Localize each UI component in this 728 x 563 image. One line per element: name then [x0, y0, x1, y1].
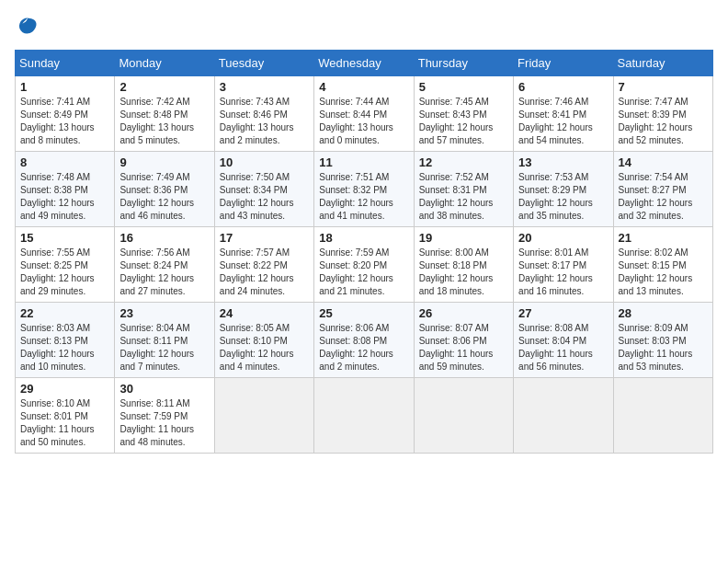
day-number: 27 [518, 306, 608, 320]
calendar-header-row: SundayMondayTuesdayWednesdayThursdayFrid… [16, 51, 713, 76]
day-number: 26 [419, 306, 508, 320]
day-number: 2 [119, 80, 209, 94]
calendar-cell [514, 378, 613, 454]
day-info: Sunrise: 7:45 AMSunset: 8:43 PMDaylight:… [419, 96, 508, 147]
day-number: 24 [220, 306, 309, 320]
day-number: 1 [20, 80, 109, 94]
day-info: Sunrise: 8:05 AMSunset: 8:10 PMDaylight:… [220, 322, 309, 373]
calendar-cell [613, 378, 712, 454]
day-info: Sunrise: 7:46 AMSunset: 8:41 PMDaylight:… [518, 96, 608, 147]
day-info: Sunrise: 8:06 AMSunset: 8:08 PMDaylight:… [319, 322, 408, 373]
day-number: 11 [319, 155, 408, 169]
day-number: 13 [518, 155, 608, 169]
day-info: Sunrise: 8:09 AMSunset: 8:03 PMDaylight:… [619, 322, 708, 373]
day-info: Sunrise: 8:02 AMSunset: 8:15 PMDaylight:… [619, 247, 708, 298]
calendar-cell: 6Sunrise: 7:46 AMSunset: 8:41 PMDaylight… [514, 76, 613, 152]
calendar-week-3: 15Sunrise: 7:55 AMSunset: 8:25 PMDayligh… [16, 227, 713, 303]
calendar-cell [314, 378, 414, 454]
day-info: Sunrise: 7:55 AMSunset: 8:25 PMDaylight:… [20, 247, 109, 298]
day-number: 30 [119, 382, 209, 396]
calendar-header-thursday: Thursday [414, 51, 513, 76]
calendar-cell: 21Sunrise: 8:02 AMSunset: 8:15 PMDayligh… [613, 227, 712, 303]
calendar-week-4: 22Sunrise: 8:03 AMSunset: 8:13 PMDayligh… [16, 303, 713, 378]
day-info: Sunrise: 8:10 AMSunset: 8:01 PMDaylight:… [20, 397, 109, 449]
day-info: Sunrise: 8:00 AMSunset: 8:18 PMDaylight:… [419, 247, 508, 298]
day-info: Sunrise: 7:57 AMSunset: 8:22 PMDaylight:… [220, 247, 309, 298]
day-number: 9 [119, 155, 209, 169]
calendar-cell: 9Sunrise: 7:49 AMSunset: 8:36 PMDaylight… [115, 152, 214, 227]
day-info: Sunrise: 8:03 AMSunset: 8:13 PMDaylight:… [20, 322, 109, 373]
day-info: Sunrise: 8:07 AMSunset: 8:06 PMDaylight:… [419, 322, 508, 373]
calendar-week-5: 29Sunrise: 8:10 AMSunset: 8:01 PMDayligh… [16, 378, 713, 454]
day-info: Sunrise: 7:53 AMSunset: 8:29 PMDaylight:… [518, 171, 608, 223]
day-info: Sunrise: 8:08 AMSunset: 8:04 PMDaylight:… [518, 322, 608, 373]
day-info: Sunrise: 7:52 AMSunset: 8:31 PMDaylight:… [419, 171, 508, 223]
calendar-cell [214, 378, 313, 454]
calendar-cell: 27Sunrise: 8:08 AMSunset: 8:04 PMDayligh… [514, 303, 613, 378]
day-info: Sunrise: 7:43 AMSunset: 8:46 PMDaylight:… [220, 96, 309, 147]
calendar-cell: 12Sunrise: 7:52 AMSunset: 8:31 PMDayligh… [414, 152, 513, 227]
calendar-cell: 28Sunrise: 8:09 AMSunset: 8:03 PMDayligh… [613, 303, 712, 378]
day-number: 16 [119, 231, 209, 245]
calendar-cell: 4Sunrise: 7:44 AMSunset: 8:44 PMDaylight… [314, 76, 414, 152]
calendar-cell: 2Sunrise: 7:42 AMSunset: 8:48 PMDaylight… [115, 76, 214, 152]
calendar-week-2: 8Sunrise: 7:48 AMSunset: 8:38 PMDaylight… [16, 152, 713, 227]
calendar-cell [414, 378, 513, 454]
calendar-cell: 26Sunrise: 8:07 AMSunset: 8:06 PMDayligh… [414, 303, 513, 378]
day-info: Sunrise: 7:47 AMSunset: 8:39 PMDaylight:… [619, 96, 708, 147]
day-number: 22 [20, 306, 109, 320]
calendar-week-1: 1Sunrise: 7:41 AMSunset: 8:49 PMDaylight… [16, 76, 713, 152]
day-number: 28 [619, 306, 708, 320]
day-number: 25 [319, 306, 408, 320]
day-number: 23 [119, 306, 209, 320]
day-number: 10 [220, 155, 309, 169]
calendar-cell: 25Sunrise: 8:06 AMSunset: 8:08 PMDayligh… [314, 303, 414, 378]
day-info: Sunrise: 7:50 AMSunset: 8:34 PMDaylight:… [220, 171, 309, 223]
calendar-cell: 1Sunrise: 7:41 AMSunset: 8:49 PMDaylight… [16, 76, 115, 152]
calendar-cell: 8Sunrise: 7:48 AMSunset: 8:38 PMDaylight… [16, 152, 115, 227]
day-number: 20 [518, 231, 608, 245]
calendar-header-friday: Friday [514, 51, 613, 76]
day-info: Sunrise: 8:01 AMSunset: 8:17 PMDaylight:… [518, 247, 608, 298]
day-info: Sunrise: 7:41 AMSunset: 8:49 PMDaylight:… [20, 96, 109, 147]
day-info: Sunrise: 7:51 AMSunset: 8:32 PMDaylight:… [319, 171, 408, 223]
day-number: 12 [419, 155, 508, 169]
calendar-cell: 10Sunrise: 7:50 AMSunset: 8:34 PMDayligh… [214, 152, 313, 227]
calendar-cell: 24Sunrise: 8:05 AMSunset: 8:10 PMDayligh… [214, 303, 313, 378]
day-number: 3 [220, 80, 309, 94]
calendar-header-monday: Monday [115, 51, 214, 76]
calendar-cell: 30Sunrise: 8:11 AMSunset: 7:59 PMDayligh… [115, 378, 214, 454]
day-info: Sunrise: 7:56 AMSunset: 8:24 PMDaylight:… [119, 247, 209, 298]
day-number: 14 [619, 155, 708, 169]
calendar-cell: 17Sunrise: 7:57 AMSunset: 8:22 PMDayligh… [214, 227, 313, 303]
day-number: 8 [20, 155, 109, 169]
calendar-cell: 20Sunrise: 8:01 AMSunset: 8:17 PMDayligh… [514, 227, 613, 303]
calendar-cell: 29Sunrise: 8:10 AMSunset: 8:01 PMDayligh… [16, 378, 115, 454]
day-number: 15 [20, 231, 109, 245]
calendar-cell: 18Sunrise: 7:59 AMSunset: 8:20 PMDayligh… [314, 227, 414, 303]
day-info: Sunrise: 7:49 AMSunset: 8:36 PMDaylight:… [119, 171, 209, 223]
day-info: Sunrise: 8:04 AMSunset: 8:11 PMDaylight:… [119, 322, 209, 373]
calendar-header-sunday: Sunday [16, 51, 115, 76]
calendar-cell: 11Sunrise: 7:51 AMSunset: 8:32 PMDayligh… [314, 152, 414, 227]
calendar-cell: 5Sunrise: 7:45 AMSunset: 8:43 PMDaylight… [414, 76, 513, 152]
day-number: 21 [619, 231, 708, 245]
logo-icon [15, 15, 40, 40]
day-info: Sunrise: 7:42 AMSunset: 8:48 PMDaylight:… [119, 96, 209, 147]
day-number: 4 [319, 80, 408, 94]
calendar-table: SundayMondayTuesdayWednesdayThursdayFrid… [15, 50, 713, 454]
calendar-cell: 14Sunrise: 7:54 AMSunset: 8:27 PMDayligh… [613, 152, 712, 227]
day-info: Sunrise: 7:54 AMSunset: 8:27 PMDaylight:… [619, 171, 708, 223]
page-header [15, 15, 713, 40]
calendar-body: 1Sunrise: 7:41 AMSunset: 8:49 PMDaylight… [16, 76, 713, 454]
calendar-cell: 13Sunrise: 7:53 AMSunset: 8:29 PMDayligh… [514, 152, 613, 227]
day-number: 18 [319, 231, 408, 245]
calendar-cell: 7Sunrise: 7:47 AMSunset: 8:39 PMDaylight… [613, 76, 712, 152]
day-number: 19 [419, 231, 508, 245]
day-number: 5 [419, 80, 508, 94]
day-info: Sunrise: 7:59 AMSunset: 8:20 PMDaylight:… [319, 247, 408, 298]
day-info: Sunrise: 8:11 AMSunset: 7:59 PMDaylight:… [119, 397, 209, 449]
day-number: 17 [220, 231, 309, 245]
calendar-header-tuesday: Tuesday [214, 51, 313, 76]
calendar-header-wednesday: Wednesday [314, 51, 414, 76]
